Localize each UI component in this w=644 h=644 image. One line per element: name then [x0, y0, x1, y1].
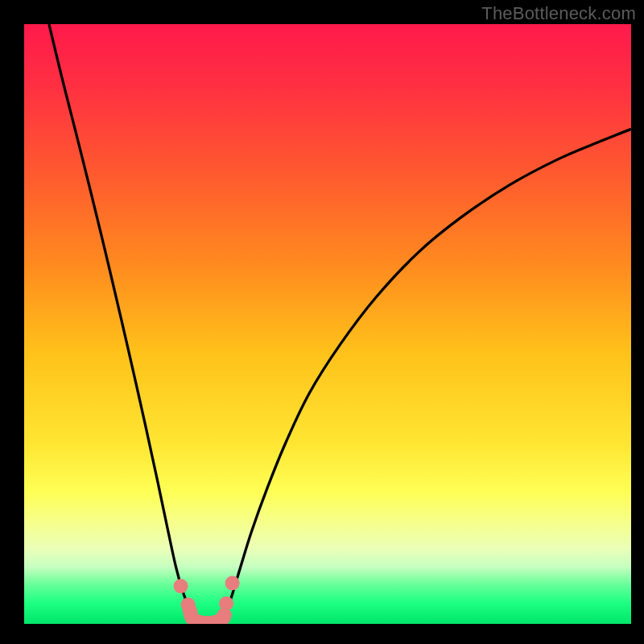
plot-svg: [24, 24, 631, 624]
plot-background: [24, 24, 631, 624]
chart-frame: TheBottleneck.com: [0, 0, 644, 644]
watermark-text: TheBottleneck.com: [481, 3, 636, 24]
marker-markers-left-dots: [174, 579, 188, 593]
plot-area: [24, 24, 631, 624]
marker-markers-right-dots: [225, 576, 240, 590]
